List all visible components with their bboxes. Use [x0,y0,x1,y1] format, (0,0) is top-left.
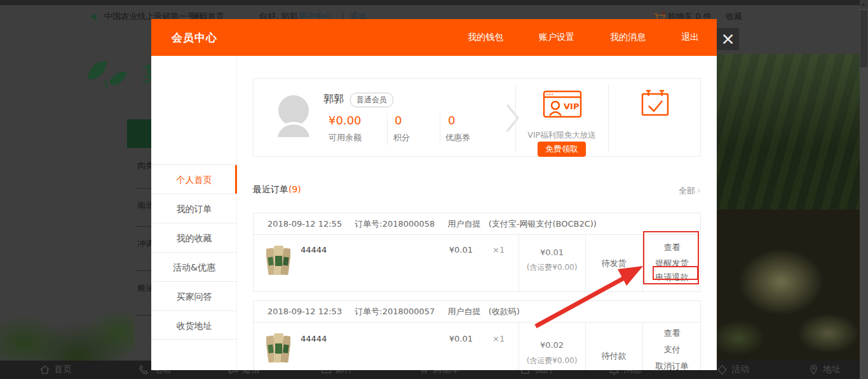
category-divider [136,315,151,316]
coupons-value: 0 [448,114,455,127]
favorites-link[interactable]: 收藏 [726,10,742,23]
footer-item-address[interactable]: 地址 [808,364,841,375]
sidebar-item-shipping-address[interactable]: 收货地址 [151,310,237,340]
quantity: ×1 [492,334,505,343]
order-status: 待付款 [585,350,642,362]
sidebar-item-label: 个人首页 [177,175,212,185]
site-logo-text: 某 [142,61,151,89]
action-view[interactable]: 查看 [642,242,702,253]
user-summary-card: 郭郭 普通会员 ¥0.00 可用余额 0 积分 0 优惠券 [253,78,701,157]
home-icon [39,364,50,375]
sidebar-item-label: 我的收藏 [177,233,212,243]
calendar-check-icon[interactable] [640,88,670,117]
modal-close-button[interactable]: × [717,28,739,50]
phone-icon [139,364,149,375]
points-value: 0 [395,114,402,127]
scrollbar-thumb[interactable] [860,10,867,67]
modal-title: 会员中心 [172,19,217,56]
action-pay[interactable]: 支付 [642,344,702,356]
unit-price: ¥0.01 [435,245,473,255]
order-number: 订单号:2018000057 [355,307,435,316]
tea-plants-photo [0,263,135,361]
view-all-link[interactable]: 全部› [679,185,701,197]
nav-account-settings[interactable]: 账户设置 [539,32,574,43]
order-body: 44444 ¥0.01 ×1 ¥0.02 (含运费¥0.00) 待付款 查看 支… [254,322,700,370]
chevron-right-icon: › [697,185,701,196]
user-name: 郭郭 [323,93,344,106]
shipping-note: (含运费¥0.00) [519,356,585,366]
points-label: 积分 [393,132,410,143]
category-divider [136,270,151,271]
sidebar-item-personal-home[interactable]: 个人首页 [151,164,237,194]
speaker-icon [90,12,101,22]
footer-label: 首页 [54,364,72,375]
sidebar-item-buyer-qa[interactable]: 买家问答 [151,281,237,310]
sidebar-item-label: 活动&优惠 [173,262,215,272]
vip-promo-cell: VIP VIP福利限免大放送 免费领取 [515,79,608,157]
avatar [275,95,312,137]
vip-promo-text: VIP福利限免大放送 [515,130,608,141]
action-cancel-order[interactable]: 取消订单 [642,361,702,370]
quantity: ×1 [492,245,505,255]
order-payment: (收款码) [489,307,520,316]
order-card-2018000058: 2018-09-12 12:55 订单号:2018000058 用户自提 (支付… [253,213,701,292]
up-arrow-icon [862,3,865,6]
footer-label: 地址 [823,364,841,375]
scrollbar-up-button[interactable] [860,0,868,9]
order-header: 2018-09-12 12:55 订单号:2018000058 用户自提 (支付… [254,213,700,235]
sidebar-item-label: 收货地址 [177,321,212,331]
window-top-strip [0,0,868,5]
member-level-badge: 普通会员 [350,93,393,107]
site-logo-leaves [84,58,135,90]
cell-divider [585,322,586,370]
nav-my-messages[interactable]: 我的消息 [610,32,646,43]
balance-label: 可用余额 [329,132,362,143]
recent-orders-header: 最近订单(9) 全部› [253,184,701,197]
modal-nav: 我的钱包 账户设置 我的消息 退出 [468,19,699,56]
check-in-cell [608,79,702,157]
footer-label: 活动 [731,364,749,375]
order-date: 2018-09-12 12:53 [268,307,342,316]
recent-orders-title-text: 最近订单 [253,184,288,194]
balance-value: ¥0.00 [329,114,362,127]
action-remind-shipment[interactable]: 提醒发货 [642,258,702,269]
unit-price: ¥0.01 [435,334,473,343]
sidebar-item-activities-deals[interactable]: 活动&优惠 [151,252,237,281]
product-name: 44444 [301,245,327,255]
order-body: 44444 ¥0.01 ×1 ¥0.01 (含运费¥0.00) 待发货 查看 提… [254,235,700,291]
sidebar-item-label: 买家问答 [177,291,212,302]
action-request-refund[interactable]: 申请退款 [642,272,702,283]
member-center-modal: 会员中心 我的钱包 账户设置 我的消息 退出 个人首页 我的订单 我的收藏 活动… [151,19,717,370]
order-delivery: 用户自提 [448,307,481,316]
action-view[interactable]: 查看 [642,328,702,339]
footer-item-activity[interactable]: 活动 [717,364,749,375]
category-nav-header [127,119,151,148]
order-status: 待发货 [585,258,642,269]
order-number: 订单号:2018000058 [355,219,435,229]
sidebar-item-my-orders[interactable]: 我的订单 [151,194,237,223]
tag-icon [717,364,728,375]
category-item: 南北 [137,200,151,211]
orders-count: (9) [288,184,301,194]
order-payment: (支付宝-网银支付(BOCB2C)) [489,219,597,229]
coupons-label: 优惠券 [445,132,470,143]
product-thumbnail[interactable] [266,243,290,277]
claim-free-button[interactable]: 免费领取 [538,142,586,157]
nav-logout[interactable]: 退出 [681,32,699,43]
modal-header: 会员中心 我的钱包 账户设置 我的消息 退出 [151,19,717,56]
nav-my-wallet[interactable]: 我的钱包 [468,32,503,43]
footer-item-home[interactable]: 首页 [39,364,72,375]
vip-icon: VIP [543,89,582,119]
shipping-note: (含运费¥0.00) [519,262,585,273]
category-item: 冲调 [137,238,151,249]
order-delivery: 用户自提 [448,219,481,229]
order-date: 2018-09-12 12:55 [268,219,342,229]
order-header: 2018-09-12 12:53 订单号:2018000057 用户自提 (收款… [254,301,700,322]
product-thumbnail[interactable] [266,331,290,365]
order-card-2018000057: 2018-09-12 12:53 订单号:2018000057 用户自提 (收款… [253,300,701,370]
sidebar-item-my-favorites[interactable]: 我的收藏 [151,223,237,252]
view-all-text: 全部 [679,186,695,196]
order-total: ¥0.01 [519,248,585,257]
tea-field-photo [717,54,860,209]
product-name: 44444 [301,334,327,343]
